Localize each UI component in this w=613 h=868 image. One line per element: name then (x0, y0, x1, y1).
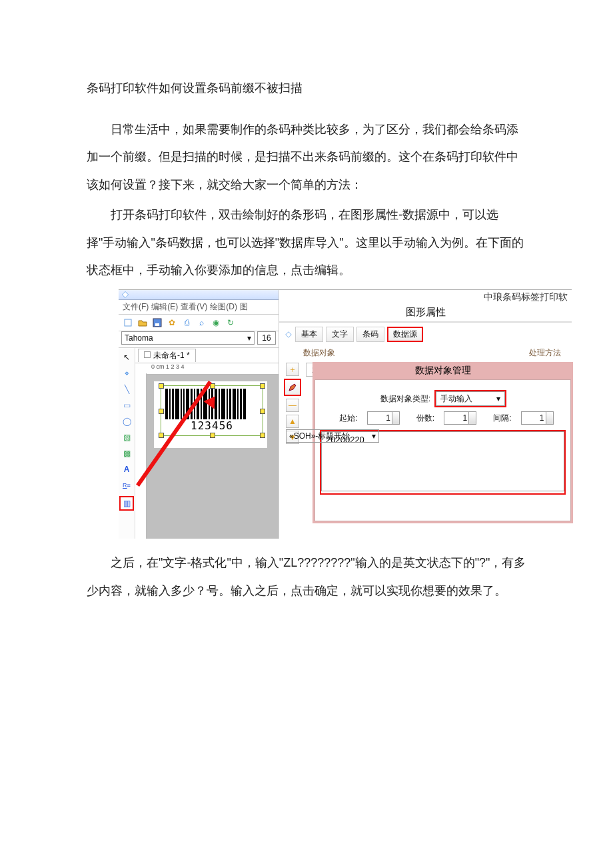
main-toolbar: ✿ ⎙ ⌕ ◉ ↻ (119, 315, 279, 331)
panel-title: 图形属性 (279, 303, 572, 321)
design-page[interactable]: 123456 (154, 381, 267, 448)
brand-title: 中琅条码标签打印软 (279, 290, 572, 303)
pencil-icon (288, 383, 297, 392)
doc-title: 条码打印软件如何设置条码前缀不被扫描 (87, 80, 526, 96)
menubar[interactable]: 文件(F) 编辑(E) 查看(V) 绘图(D) 图 (119, 300, 279, 315)
chevron-down-icon: ▾ (496, 394, 500, 403)
menu-view[interactable]: 查看(V) (181, 301, 207, 313)
image2-tool-icon[interactable]: ▩ (121, 448, 132, 459)
zoom-icon[interactable]: ⌕ (196, 317, 207, 328)
save-icon[interactable] (152, 317, 163, 328)
gear-icon[interactable]: ✿ (167, 317, 177, 328)
paragraph-2: 打开条码打印软件，双击绘制好的条形码，在图形属性-数据源中，可以选择"手动输入"… (87, 201, 526, 284)
doc-tab[interactable]: 未命名-1 * (138, 349, 196, 362)
image-tool-icon[interactable]: ▧ (121, 432, 132, 443)
edit-button[interactable] (284, 379, 301, 396)
ruler-h: 0 cm 1 2 3 4 (135, 363, 279, 375)
app-window: 文件(F) 编辑(E) 查看(V) 绘图(D) 图 ✿ ⎙ ⌕ ◉ ↻ Taho… (119, 290, 279, 539)
chevron-down-icon: ▾ (372, 431, 376, 441)
doc-tabstrip: 未命名-1 * (135, 348, 279, 363)
insert-type-row: «SOH»-标题开始 ▾ (286, 429, 379, 443)
gap-stepper[interactable]: 1 (521, 411, 546, 425)
work-area: ↖ ⌖ ╲ ▭ ◯ ▧ ▩ A R≡ ▥ 未命名-1 * 0 cm 1 2 3 (119, 348, 279, 539)
barcode-bars (165, 389, 259, 419)
text-tool-icon[interactable]: A (121, 464, 132, 475)
delete-button[interactable]: — (286, 399, 299, 412)
pointer-tool-icon[interactable]: ↖ (121, 352, 132, 363)
hand-tool-icon[interactable]: ⌖ (121, 368, 132, 379)
dialog-title: 数据对象管理 (314, 365, 571, 377)
menu-more[interactable]: 图 (240, 301, 248, 313)
svg-rect-0 (125, 319, 131, 326)
line-tool-icon[interactable]: ╲ (121, 384, 132, 395)
panel-tabs: 基本 文字 条码 数据源 (279, 322, 572, 343)
insert-type-value: «SOH»-标题开始 (289, 431, 350, 442)
add-button[interactable]: ＋ (286, 363, 299, 376)
type-select-value: 手动输入 (440, 393, 472, 405)
properties-area: 中琅条码标签打印软 图形属性 基本 文字 条码 数据源 数据对象 处理方法 ＋ (279, 290, 572, 539)
font-toolbar: Tahoma ▾ 16 (119, 331, 279, 348)
type-select[interactable]: 手动输入 ▾ (436, 391, 505, 406)
move-up-button[interactable]: ▲ (286, 415, 299, 428)
menu-edit[interactable]: 编辑(E) (151, 301, 178, 313)
section-proc-label: 处理方法 (529, 347, 561, 359)
barcode-label: 123456 (161, 419, 263, 432)
gap-label: 间隔: (493, 413, 511, 424)
titlebar (119, 290, 279, 300)
barcode-tool-icon[interactable]: ▥ (119, 496, 134, 511)
new-icon[interactable] (123, 317, 133, 328)
open-icon[interactable] (137, 317, 148, 328)
print-icon[interactable]: ⎙ (181, 317, 192, 328)
tab-datasource[interactable]: 数据源 (387, 327, 423, 342)
font-name-value: Tahoma (125, 333, 153, 343)
start-label: 起始: (339, 413, 357, 424)
tab-barcode[interactable]: 条码 (356, 327, 384, 342)
tab-basic[interactable]: 基本 (295, 327, 323, 342)
tab-text[interactable]: 文字 (326, 327, 354, 342)
panel-body: 数据对象 处理方法 ＋ — ▲ ▼ 20200220 (279, 343, 572, 448)
doc-tab-label: 未命名-1 * (153, 351, 190, 360)
menu-file[interactable]: 文件(F) (123, 301, 149, 313)
type-label: 数据对象类型: (380, 393, 430, 405)
font-name-select[interactable]: Tahoma ▾ (121, 331, 255, 345)
richtext-tool-icon[interactable]: R≡ (121, 480, 132, 491)
ruler-v (135, 373, 147, 539)
roundrect-tool-icon[interactable]: ▭ (121, 400, 132, 411)
panel-logo-icon (285, 331, 291, 337)
paragraph-1: 日常生活中，如果需要制作的条码种类比较多，为了区分，我们都会给条码添加一个前缀。… (87, 116, 526, 199)
ellipse-tool-icon[interactable]: ◯ (121, 416, 132, 427)
barcode-object[interactable]: 123456 (161, 385, 263, 436)
app-screenshot: 文件(F) 编辑(E) 查看(V) 绘图(D) 图 ✿ ⎙ ⌕ ◉ ↻ Taho… (119, 289, 572, 539)
tool-palette: ↖ ⌖ ╲ ▭ ◯ ▧ ▩ A R≡ ▥ (119, 348, 135, 539)
menu-draw[interactable]: 绘图(D) (210, 301, 237, 313)
count-stepper[interactable]: 1 (444, 411, 469, 425)
start-stepper[interactable]: 1 (367, 411, 392, 425)
data-object-dialog: 数据对象管理 数据对象类型: 手动输入 ▾ 起始: 1 份数: 1 (312, 362, 573, 523)
chevron-down-icon: ▾ (247, 333, 251, 343)
count-label: 份数: (416, 413, 434, 424)
refresh-icon[interactable]: ↻ (225, 317, 236, 328)
section-data-label: 数据对象 (303, 347, 335, 359)
app-logo-icon (122, 291, 129, 298)
insert-type-select[interactable]: «SOH»-标题开始 ▾ (286, 429, 379, 443)
canvas[interactable]: 未命名-1 * 0 cm 1 2 3 4 (135, 348, 279, 539)
svg-rect-2 (155, 323, 159, 326)
tab-icon (144, 351, 151, 358)
font-size-field[interactable]: 16 (257, 331, 276, 345)
paragraph-3: 之后，在"文字-格式化"中，输入"ZL????????"输入的是英文状态下的"?… (87, 549, 526, 605)
db-icon[interactable]: ◉ (211, 317, 221, 328)
